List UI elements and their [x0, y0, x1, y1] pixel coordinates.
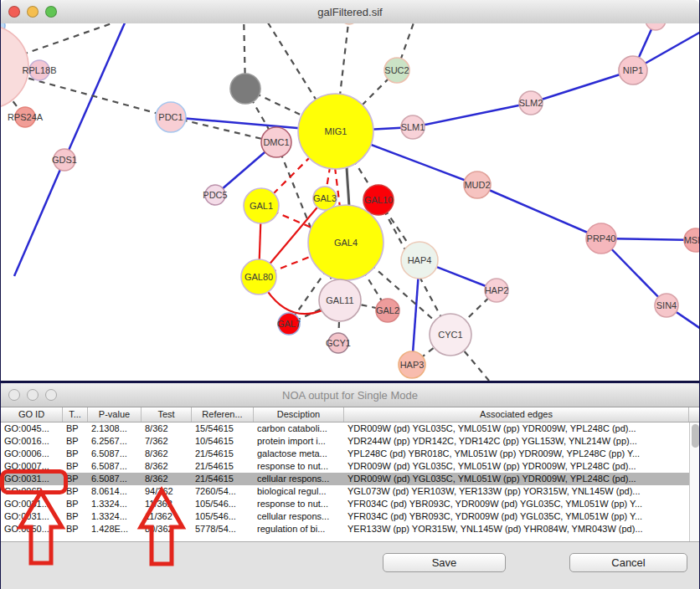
table-cell-test[interactable]: 7/362 — [142, 435, 192, 448]
table-cell-type[interactable]: BP — [63, 498, 88, 510]
table-cell-edges[interactable]: YFR034C (pd) YBR093C, YDR009W (pd) YGL03… — [344, 498, 689, 510]
table-cell-reference[interactable]: 5778/54... — [192, 523, 254, 535]
table-cell-type[interactable]: BP — [63, 510, 88, 523]
cancel-button[interactable]: Cancel — [569, 553, 687, 572]
table-row[interactable]: GO:0045...BP2.1308...8/36215/54615carbon… — [1, 423, 689, 435]
table-row[interactable]: GO:0065...BP8.0614...94/3627260/54...bio… — [1, 485, 689, 498]
table-cell-description[interactable]: response to nut... — [254, 460, 344, 473]
table-cell-test[interactable]: 8/362 — [142, 460, 192, 473]
table-cell-reference[interactable]: 105/546... — [192, 498, 254, 510]
noa-window-titlebar[interactable]: NOA output for Single Mode — [1, 383, 699, 407]
column-header-goid[interactable]: GO ID — [1, 407, 63, 422]
table-cell-type[interactable]: BP — [63, 523, 88, 535]
table-cell-edges[interactable]: YDR009W (pd) YGL035C, YML051W (pp) YDR00… — [344, 423, 689, 435]
table-cell-description[interactable]: cellular respons... — [254, 510, 344, 523]
table-cell-p_value[interactable]: 1.3324... — [88, 510, 142, 523]
vertical-scrollbar[interactable] — [689, 423, 699, 541]
scrollbar-thumb[interactable] — [692, 424, 699, 448]
table-cell-p_value[interactable]: 6.5087... — [88, 448, 142, 460]
noa-window-title: NOA output for Single Mode — [1, 389, 699, 402]
table-cell-go_id[interactable]: GO:0007... — [1, 460, 63, 473]
network-node-pink-top[interactable] — [646, 23, 666, 30]
table-row[interactable]: GO:0031...BP6.5087...8/36221/54615cellul… — [1, 473, 689, 485]
network-canvas[interactable]: RPL18BRPS24AGDS1PDC1DMC1MIG1SUC2SLM1SLM2… — [1, 23, 699, 381]
table-cell-test[interactable]: 8/362 — [142, 423, 192, 435]
table-cell-go_id[interactable]: GO:0016... — [1, 435, 63, 448]
table-row[interactable]: GO:0016...BP6.2567...7/36210/54615protei… — [1, 435, 689, 448]
table-cell-test[interactable]: 8/362 — [142, 473, 192, 485]
table-cell-reference[interactable]: 10/54615 — [192, 435, 254, 448]
table-row[interactable]: GO:0031...BP1.3324...11/362105/546...res… — [1, 498, 689, 510]
table-cell-description[interactable]: response to nut... — [254, 498, 344, 510]
column-header-t[interactable]: T... — [63, 407, 88, 422]
node-label: SIN4 — [656, 300, 677, 310]
table-cell-edges[interactable]: YDR009W (pd) YGL035C, YML051W (pp) YDR00… — [344, 473, 689, 485]
table-cell-description[interactable]: cellular respons... — [254, 473, 344, 485]
table-cell-description[interactable]: biological regul... — [254, 485, 344, 498]
table-cell-go_id[interactable]: GO:0031... — [1, 510, 63, 523]
table-cell-reference[interactable]: 7260/54... — [192, 485, 254, 498]
table-cell-p_value[interactable]: 6.5087... — [88, 460, 142, 473]
table-cell-go_id[interactable]: GO:0031... — [1, 473, 63, 485]
table-cell-reference[interactable]: 21/54615 — [192, 460, 254, 473]
table-cell-type[interactable]: BP — [63, 423, 88, 435]
table-cell-go_id[interactable]: GO:0065... — [1, 485, 63, 498]
table-cell-p_value[interactable]: 1.428E... — [88, 523, 142, 535]
table-cell-type[interactable]: BP — [63, 435, 88, 448]
table-cell-description[interactable]: regulation of bi... — [254, 523, 344, 535]
node-label: GAL2 — [376, 305, 399, 315]
table-cell-description[interactable]: protein import i... — [254, 435, 344, 448]
table-cell-reference[interactable]: 21/54615 — [192, 473, 254, 485]
table-cell-go_id[interactable]: GO:0050... — [1, 523, 63, 535]
column-header-pvalue[interactable]: P-value — [88, 407, 142, 422]
graph-window-title: galFiltered.sif — [1, 6, 699, 18]
table-cell-edges[interactable]: YPL248C (pd) YBR018C, YML051W (pp) YDR00… — [344, 448, 689, 460]
table-cell-test[interactable]: 8/362 — [142, 448, 192, 460]
table-row[interactable]: GO:0031...BP1.3324...11/362105/546...cel… — [1, 510, 689, 523]
graph-window-titlebar[interactable]: galFiltered.sif — [1, 0, 699, 24]
node-label: HAP3 — [400, 360, 425, 370]
table-row[interactable]: GO:0006...BP6.5087...8/36221/54615galact… — [1, 448, 689, 460]
table-cell-reference[interactable]: 105/546... — [192, 510, 254, 523]
table-cell-p_value[interactable]: 6.2567... — [88, 435, 142, 448]
table-cell-edges[interactable]: YER133W (pp) YOR315W, YNL145W (pd) YHR08… — [344, 523, 689, 535]
table-cell-p_value[interactable]: 1.3324... — [88, 498, 142, 510]
table-cell-description[interactable]: galactose meta... — [254, 448, 344, 460]
table-cell-p_value[interactable]: 8.0614... — [88, 485, 142, 498]
table-cell-edges[interactable]: YDR009W (pd) YGL035C, YML051W (pp) YDR00… — [344, 460, 689, 473]
table-cell-test[interactable]: 11/362 — [142, 510, 192, 523]
column-header-associatededges[interactable]: Associated edges — [344, 407, 689, 422]
save-button[interactable]: Save — [383, 553, 506, 572]
table-cell-reference[interactable]: 21/54615 — [192, 448, 254, 460]
network-node-green-top[interactable] — [341, 23, 358, 24]
network-node-graynode[interactable] — [230, 74, 260, 104]
table-row[interactable]: GO:0050...BP1.428E...80/3625778/54...reg… — [1, 523, 689, 535]
node-label: HAP4 — [408, 255, 432, 265]
network-edge[interactable] — [477, 185, 601, 238]
table-cell-type[interactable]: BP — [63, 473, 88, 485]
table-cell-go_id[interactable]: GO:0006... — [1, 448, 63, 460]
table-cell-type[interactable]: BP — [63, 448, 88, 460]
column-header-test[interactable]: Test — [142, 407, 192, 422]
table-cell-edges[interactable]: YFR034C (pd) YBR093C, YDR009W (pd) YGL03… — [344, 510, 689, 523]
table-cell-description[interactable]: carbon cataboli... — [254, 423, 344, 435]
network-edge[interactable] — [413, 103, 531, 127]
table-cell-test[interactable]: 94/362 — [142, 485, 192, 498]
network-edge[interactable] — [347, 167, 349, 207]
table-cell-edges[interactable]: YGL073W (pd) YER103W, YER133W (pp) YOR31… — [344, 485, 689, 498]
table-row[interactable]: GO:0007...BP6.5087...8/36221/54615respon… — [1, 460, 689, 473]
table-cell-type[interactable]: BP — [63, 485, 88, 498]
table-cell-go_id[interactable]: GO:0045... — [1, 423, 63, 435]
table-cell-edges[interactable]: YDR244W (pp) YDR142C, YDR142C (pp) YGL15… — [344, 435, 689, 448]
table-cell-p_value[interactable]: 6.5087... — [88, 473, 142, 485]
table-cell-go_id[interactable]: GO:0031... — [1, 498, 63, 510]
table-cell-p_value[interactable]: 2.1308... — [88, 423, 142, 435]
table-cell-test[interactable]: 11/362 — [142, 498, 192, 510]
table-cell-test[interactable]: 80/362 — [142, 523, 192, 535]
network-edge[interactable] — [531, 70, 633, 103]
column-header-referen[interactable]: Referen... — [192, 407, 254, 422]
table-cell-reference[interactable]: 15/54615 — [192, 423, 254, 435]
column-header-desciption[interactable]: Desciption — [254, 407, 344, 422]
network-edge[interactable] — [14, 160, 64, 276]
table-cell-type[interactable]: BP — [63, 460, 88, 473]
